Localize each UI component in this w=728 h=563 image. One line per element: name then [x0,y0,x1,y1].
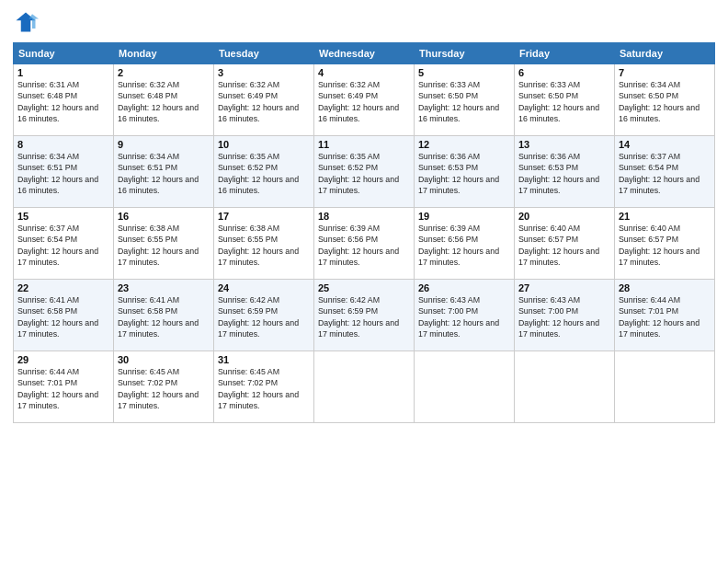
calendar-week-1: 1Sunrise: 6:31 AMSunset: 6:48 PMDaylight… [14,64,715,136]
calendar-cell: 4Sunrise: 6:32 AMSunset: 6:49 PMDaylight… [314,64,415,136]
day-info: Sunrise: 6:34 AMSunset: 6:51 PMDaylight:… [17,151,109,196]
logo [13,9,42,35]
day-number: 31 [218,354,310,365]
day-info: Sunrise: 6:45 AMSunset: 7:02 PMDaylight:… [218,366,310,411]
day-number: 11 [318,139,410,150]
day-info: Sunrise: 6:33 AMSunset: 6:50 PMDaylight:… [418,79,510,124]
calendar-cell: 2Sunrise: 6:32 AMSunset: 6:48 PMDaylight… [114,64,214,136]
day-number: 18 [318,211,410,222]
calendar-cell: 29Sunrise: 6:44 AMSunset: 7:01 PMDayligh… [14,351,114,423]
calendar-cell: 12Sunrise: 6:36 AMSunset: 6:53 PMDayligh… [415,136,515,208]
day-number: 19 [418,211,510,222]
day-info: Sunrise: 6:31 AMSunset: 6:48 PMDaylight:… [17,79,109,124]
calendar-cell: 25Sunrise: 6:42 AMSunset: 6:59 PMDayligh… [314,280,415,351]
day-number: 3 [218,67,310,78]
day-info: Sunrise: 6:35 AMSunset: 6:52 PMDaylight:… [318,151,410,196]
day-number: 28 [619,282,711,293]
day-info: Sunrise: 6:42 AMSunset: 6:59 PMDaylight:… [218,294,310,339]
calendar-cell: 19Sunrise: 6:39 AMSunset: 6:56 PMDayligh… [415,208,515,280]
day-info: Sunrise: 6:43 AMSunset: 7:00 PMDaylight:… [418,294,510,339]
calendar-cell: 9Sunrise: 6:34 AMSunset: 6:51 PMDaylight… [114,136,214,208]
calendar-week-4: 22Sunrise: 6:41 AMSunset: 6:58 PMDayligh… [14,280,715,351]
day-info: Sunrise: 6:39 AMSunset: 6:56 PMDaylight:… [418,223,510,268]
calendar-cell: 15Sunrise: 6:37 AMSunset: 6:54 PMDayligh… [14,208,114,280]
day-info: Sunrise: 6:38 AMSunset: 6:55 PMDaylight:… [118,223,210,268]
day-info: Sunrise: 6:45 AMSunset: 7:02 PMDaylight:… [118,366,210,411]
day-number: 13 [518,139,610,150]
day-info: Sunrise: 6:33 AMSunset: 6:50 PMDaylight:… [518,79,610,124]
day-number: 22 [17,282,109,293]
day-info: Sunrise: 6:42 AMSunset: 6:59 PMDaylight:… [318,294,410,339]
header [13,9,715,35]
calendar-cell: 27Sunrise: 6:43 AMSunset: 7:00 PMDayligh… [515,280,615,351]
day-info: Sunrise: 6:36 AMSunset: 6:53 PMDaylight:… [518,151,610,196]
day-info: Sunrise: 6:38 AMSunset: 6:55 PMDaylight:… [218,223,310,268]
day-number: 12 [418,139,510,150]
calendar-cell: 22Sunrise: 6:41 AMSunset: 6:58 PMDayligh… [14,280,114,351]
day-number: 6 [518,67,610,78]
day-number: 8 [17,139,109,150]
calendar-table: SundayMondayTuesdayWednesdayThursdayFrid… [13,42,715,423]
day-info: Sunrise: 6:37 AMSunset: 6:54 PMDaylight:… [17,223,109,268]
calendar-cell: 24Sunrise: 6:42 AMSunset: 6:59 PMDayligh… [214,280,314,351]
day-number: 26 [418,282,510,293]
day-number: 7 [619,67,711,78]
day-number: 14 [619,139,711,150]
calendar-cell: 16Sunrise: 6:38 AMSunset: 6:55 PMDayligh… [114,208,214,280]
calendar-week-5: 29Sunrise: 6:44 AMSunset: 7:01 PMDayligh… [14,351,715,423]
day-number: 4 [318,67,410,78]
day-number: 15 [17,211,109,222]
logo-icon [13,9,39,35]
calendar-header-row: SundayMondayTuesdayWednesdayThursdayFrid… [14,43,715,64]
day-info: Sunrise: 6:37 AMSunset: 6:54 PMDaylight:… [619,151,711,196]
calendar-cell: 13Sunrise: 6:36 AMSunset: 6:53 PMDayligh… [515,136,615,208]
calendar-cell: 30Sunrise: 6:45 AMSunset: 7:02 PMDayligh… [114,351,214,423]
day-number: 20 [518,211,610,222]
day-number: 5 [418,67,510,78]
day-number: 1 [17,67,109,78]
day-number: 30 [118,354,210,365]
calendar-cell: 28Sunrise: 6:44 AMSunset: 7:01 PMDayligh… [615,280,715,351]
calendar-header-sunday: Sunday [14,43,114,64]
day-info: Sunrise: 6:35 AMSunset: 6:52 PMDaylight:… [218,151,310,196]
calendar-cell [314,351,415,423]
day-info: Sunrise: 6:40 AMSunset: 6:57 PMDaylight:… [518,223,610,268]
day-info: Sunrise: 6:34 AMSunset: 6:51 PMDaylight:… [118,151,210,196]
calendar-cell [615,351,715,423]
day-info: Sunrise: 6:43 AMSunset: 7:00 PMDaylight:… [518,294,610,339]
calendar-cell: 18Sunrise: 6:39 AMSunset: 6:56 PMDayligh… [314,208,415,280]
calendar-cell: 31Sunrise: 6:45 AMSunset: 7:02 PMDayligh… [214,351,314,423]
calendar-header-saturday: Saturday [615,43,715,64]
day-number: 10 [218,139,310,150]
day-info: Sunrise: 6:41 AMSunset: 6:58 PMDaylight:… [118,294,210,339]
day-info: Sunrise: 6:32 AMSunset: 6:48 PMDaylight:… [118,79,210,124]
day-number: 16 [118,211,210,222]
calendar-cell: 26Sunrise: 6:43 AMSunset: 7:00 PMDayligh… [415,280,515,351]
calendar-cell [515,351,615,423]
day-number: 23 [118,282,210,293]
day-info: Sunrise: 6:40 AMSunset: 6:57 PMDaylight:… [619,223,711,268]
calendar-cell: 17Sunrise: 6:38 AMSunset: 6:55 PMDayligh… [214,208,314,280]
calendar-cell: 5Sunrise: 6:33 AMSunset: 6:50 PMDaylight… [415,64,515,136]
day-info: Sunrise: 6:44 AMSunset: 7:01 PMDaylight:… [17,366,109,411]
page: SundayMondayTuesdayWednesdayThursdayFrid… [0,0,728,563]
calendar-cell: 14Sunrise: 6:37 AMSunset: 6:54 PMDayligh… [615,136,715,208]
calendar-week-2: 8Sunrise: 6:34 AMSunset: 6:51 PMDaylight… [14,136,715,208]
day-info: Sunrise: 6:44 AMSunset: 7:01 PMDaylight:… [619,294,711,339]
calendar-cell: 1Sunrise: 6:31 AMSunset: 6:48 PMDaylight… [14,64,114,136]
day-info: Sunrise: 6:32 AMSunset: 6:49 PMDaylight:… [318,79,410,124]
day-number: 25 [318,282,410,293]
calendar-cell: 8Sunrise: 6:34 AMSunset: 6:51 PMDaylight… [14,136,114,208]
calendar-cell: 20Sunrise: 6:40 AMSunset: 6:57 PMDayligh… [515,208,615,280]
day-info: Sunrise: 6:39 AMSunset: 6:56 PMDaylight:… [318,223,410,268]
day-number: 2 [118,67,210,78]
calendar-header-thursday: Thursday [415,43,515,64]
calendar-cell: 21Sunrise: 6:40 AMSunset: 6:57 PMDayligh… [615,208,715,280]
calendar-cell: 10Sunrise: 6:35 AMSunset: 6:52 PMDayligh… [214,136,314,208]
day-number: 27 [518,282,610,293]
calendar-cell: 3Sunrise: 6:32 AMSunset: 6:49 PMDaylight… [214,64,314,136]
day-info: Sunrise: 6:34 AMSunset: 6:50 PMDaylight:… [619,79,711,124]
day-number: 24 [218,282,310,293]
day-number: 21 [619,211,711,222]
calendar-cell [415,351,515,423]
